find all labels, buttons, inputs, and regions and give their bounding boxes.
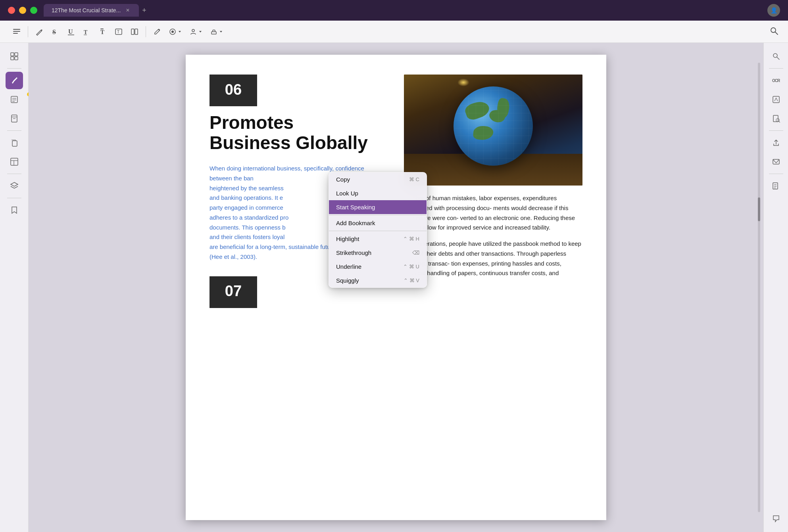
svg-rect-24 [11, 96, 17, 103]
highlight-menu-item[interactable]: Highlight ⌃ ⌘ H [329, 232, 427, 246]
bookmark-sidebar-icon[interactable] [6, 201, 23, 219]
chapter-number: 06 [225, 81, 242, 98]
strikethrough-menu-item[interactable]: Strikethrough ⌫ [329, 246, 427, 260]
notes-sidebar-icon[interactable] [6, 91, 23, 108]
svg-rect-0 [13, 29, 20, 30]
context-menu: Copy ⌘ C Look Up Start Speaking Add Book… [329, 172, 427, 288]
separator-2 [146, 26, 146, 37]
thumbnail-icon[interactable] [6, 48, 23, 65]
pdf-search-right-icon[interactable] [767, 110, 785, 127]
add-tab-button[interactable]: + [139, 5, 150, 16]
bold-text-icon[interactable]: T [96, 25, 110, 39]
squiggly-label: Squiggly [336, 277, 359, 284]
sidebar-sep-3 [7, 174, 21, 174]
sidebar-sep-2 [7, 130, 21, 131]
look-up-menu-item[interactable]: Look Up [329, 186, 427, 200]
svg-rect-20 [11, 53, 14, 56]
active-tab[interactable]: 12The Most Crucial Strate... ✕ [44, 4, 139, 17]
person-button[interactable] [186, 27, 206, 37]
main-layout: 06 Promotes Business Globally When doing… [0, 43, 788, 532]
squiggly-menu-item[interactable]: Squiggly ⌃ ⌘ V [329, 274, 427, 287]
text-size-icon[interactable]: T [80, 25, 94, 39]
avatar: 👤 [767, 4, 780, 17]
ocr-icon[interactable]: OCR [767, 72, 785, 89]
svg-rect-9 [100, 29, 104, 29]
copy-label: Copy [336, 176, 350, 183]
search-button[interactable] [770, 27, 778, 37]
add-bookmark-menu-item[interactable]: Add Bookmark [329, 216, 427, 230]
svg-line-40 [779, 121, 780, 122]
sidebar-sep-4 [7, 198, 21, 198]
svg-rect-1 [13, 31, 20, 32]
toolbar: S U T T T [0, 21, 788, 43]
chapter-title-line2: Business Globally [209, 133, 388, 153]
bookmarks-sidebar-icon[interactable] [6, 110, 23, 127]
sidebar-sep-1 [7, 68, 21, 69]
content-area: 06 Promotes Business Globally When doing… [29, 43, 763, 532]
highlight-label: Highlight [336, 235, 359, 242]
share-icon[interactable] [767, 134, 785, 151]
chapter-07-number: 07 [225, 283, 242, 300]
text-box-icon[interactable]: T [111, 25, 126, 39]
svg-rect-22 [11, 57, 14, 60]
highlight-sidebar-icon[interactable] [6, 72, 23, 89]
underline-label: Underline [336, 263, 361, 270]
convert-icon[interactable] [767, 177, 785, 195]
start-speaking-label: Start Speaking [336, 204, 375, 211]
right-body-text-1: number of human mistakes, labor expenses… [404, 193, 582, 278]
svg-rect-2 [13, 33, 18, 34]
right-sidebar-sep-3 [769, 174, 783, 174]
svg-rect-42 [773, 183, 778, 189]
svg-text:U: U [68, 28, 73, 35]
svg-point-16 [192, 29, 194, 32]
strikethrough-icon[interactable]: S [48, 25, 62, 39]
pencil-icon[interactable] [150, 25, 164, 39]
underline-menu-item[interactable]: Underline ⌃ ⌘ U [329, 260, 427, 274]
pdf-page: 06 Promotes Business Globally When doing… [186, 55, 606, 520]
search-right-icon[interactable] [767, 48, 785, 65]
template-sidebar-icon[interactable] [6, 153, 23, 170]
tab-close-button[interactable]: ✕ [125, 7, 131, 13]
menu-separator-1 [329, 215, 427, 215]
chapter-title-line1: Promotes [209, 113, 388, 133]
annotations-icon[interactable] [10, 25, 24, 39]
color-fill-button[interactable] [166, 27, 185, 37]
layers-sidebar-icon[interactable] [6, 177, 23, 195]
svg-text:T: T [84, 29, 88, 35]
traffic-lights [8, 7, 37, 14]
start-speaking-menu-item[interactable]: Start Speaking [329, 200, 427, 214]
highlight-pen-icon[interactable] [32, 25, 46, 39]
underline-icon[interactable]: U [64, 25, 78, 39]
svg-rect-37 [773, 96, 779, 103]
email-icon[interactable] [767, 153, 785, 170]
columns-icon[interactable] [127, 25, 142, 39]
svg-rect-21 [15, 53, 18, 56]
tab-title: 12The Most Crucial Strate... [52, 7, 121, 13]
strikethrough-shortcut: ⌫ [412, 250, 419, 256]
menu-separator-2 [329, 231, 427, 231]
scrollbar-track[interactable] [758, 63, 760, 512]
copy-menu-item[interactable]: Copy ⌘ C [329, 172, 427, 186]
right-sidebar: OCR [763, 43, 788, 532]
titlebar: 12The Most Crucial Strate... ✕ + 👤 [0, 0, 788, 21]
highlight-shortcut: ⌃ ⌘ H [403, 236, 419, 242]
globe-sphere [454, 86, 533, 166]
svg-line-36 [777, 57, 779, 59]
stamp-button[interactable] [207, 27, 226, 37]
minimize-button[interactable] [19, 7, 26, 14]
copy-sidebar-icon[interactable] [6, 134, 23, 151]
svg-rect-23 [15, 57, 18, 60]
scrollbar-thumb[interactable] [758, 197, 760, 221]
maximize-button[interactable] [30, 7, 37, 14]
right-sidebar-sep-1 [769, 68, 783, 69]
comment-icon[interactable] [767, 510, 785, 527]
strikethrough-label: Strikethrough [336, 249, 371, 256]
close-button[interactable] [8, 7, 15, 14]
squiggly-shortcut: ⌃ ⌘ V [404, 277, 419, 283]
edit-right-icon[interactable] [767, 91, 785, 108]
svg-rect-12 [131, 29, 134, 34]
right-sidebar-sep-2 [769, 130, 783, 131]
copy-shortcut: ⌘ C [409, 176, 419, 182]
chapter-box: 06 [209, 75, 257, 106]
underline-shortcut: ⌃ ⌘ U [403, 264, 419, 270]
